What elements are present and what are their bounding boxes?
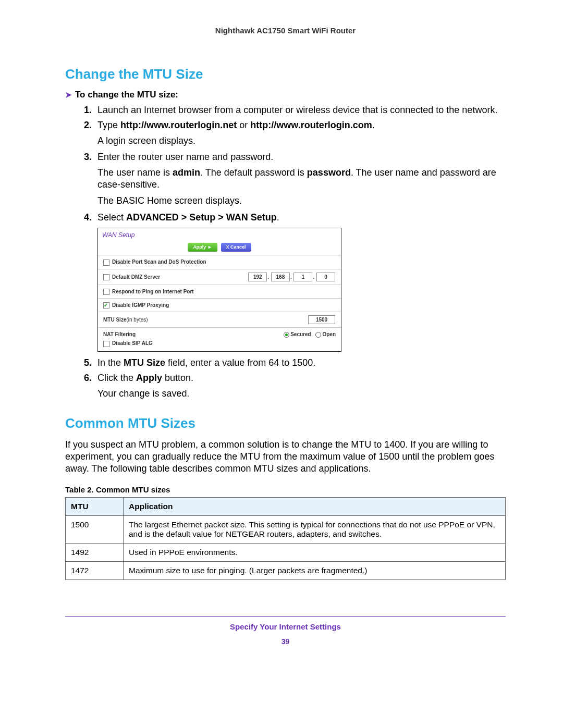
radio-icon[interactable] xyxy=(315,332,321,338)
step-4: 4. Select ADVANCED > Setup > WAN Setup. … xyxy=(84,212,506,352)
step-number: 4. xyxy=(84,212,92,224)
cell-app: Maximum size to use for pinging. (Larger… xyxy=(124,562,506,580)
ip-octet-input[interactable]: 1 xyxy=(293,273,312,281)
checkbox-icon[interactable] xyxy=(103,274,109,280)
step-number: 3. xyxy=(84,151,92,163)
wan-title: WAN Setup xyxy=(98,228,341,242)
table-row: 1492 Used in PPPoE environments. xyxy=(66,544,506,562)
chevron-icon: ➤ xyxy=(65,90,72,100)
heading-common-mtu: Common MTU Sizes xyxy=(65,415,506,431)
procedure-heading-text: To change the MTU size: xyxy=(75,90,178,100)
wan-setup-screenshot: WAN Setup Apply ► X Cancel Disable Port … xyxy=(97,228,341,352)
cell-mtu: 1500 xyxy=(66,516,124,544)
mtu-table: MTU Application 1500 The largest Etherne… xyxy=(65,497,506,580)
checkbox-icon[interactable] xyxy=(103,289,109,295)
step-2: 2. Type http://www.routerlogin.net or ht… xyxy=(84,119,506,147)
radio-selected-icon[interactable] xyxy=(284,332,289,338)
checkbox-icon[interactable] xyxy=(103,341,109,347)
wan-row-dmz: Default DMZ Server 192. 168. 1. 0 xyxy=(98,269,341,285)
doc-header: Nighthawk AC1750 Smart WiFi Router xyxy=(65,26,506,35)
step-text: Select ADVANCED > Setup > WAN Setup. xyxy=(97,212,279,223)
ip-octet-input[interactable]: 0 xyxy=(316,273,335,281)
table-row: 1472 Maximum size to use for pinging. (L… xyxy=(66,562,506,580)
wan-row-mtu: MTU Size(in bytes) 1500 xyxy=(98,312,341,328)
step-subtext: The BASIC Home screen displays. xyxy=(97,195,506,207)
step-6: 6. Click the Apply button. Your change i… xyxy=(84,372,506,400)
step-5: 5. In the MTU Size field, enter a value … xyxy=(84,357,506,369)
step-1: 1. Launch an Internet browser from a com… xyxy=(84,104,506,116)
step-text: Click the Apply button. xyxy=(97,373,193,383)
ip-octet-input[interactable]: 192 xyxy=(248,273,267,281)
footer-rule xyxy=(65,616,506,617)
apply-button[interactable]: Apply ► xyxy=(188,243,217,252)
cell-app: Used in PPPoE environments. xyxy=(124,544,506,562)
step-subtext: A login screen displays. xyxy=(97,135,506,147)
page-number: 39 xyxy=(65,637,506,646)
step-number: 6. xyxy=(84,372,92,384)
wan-row-nat: NAT Filtering Secured Open Disable SIP A… xyxy=(98,328,341,351)
dmz-ip: 192. 168. 1. 0 xyxy=(248,273,336,281)
mtu-size-input[interactable]: 1500 xyxy=(308,315,335,324)
heading-change-mtu: Change the MTU Size xyxy=(65,66,506,82)
step-number: 2. xyxy=(84,119,92,131)
section-body: If you suspect an MTU problem, a common … xyxy=(65,439,506,475)
ip-octet-input[interactable]: 168 xyxy=(271,273,290,281)
table-row: 1500 The largest Ethernet packet size. T… xyxy=(66,516,506,544)
step-text: Type http://www.routerlogin.net or http:… xyxy=(97,120,375,130)
step-3: 3. Enter the router user name and passwo… xyxy=(84,151,506,207)
wan-row-igmp: Disable IGMP Proxying xyxy=(98,299,341,312)
step-number: 1. xyxy=(84,104,92,116)
step-number: 5. xyxy=(84,357,92,369)
step-subtext: Your change is saved. xyxy=(97,388,506,400)
cell-mtu: 1472 xyxy=(66,562,124,580)
cancel-button[interactable]: X Cancel xyxy=(221,243,251,252)
step-text: In the MTU Size field, enter a value fro… xyxy=(97,357,315,368)
th-mtu: MTU xyxy=(66,498,124,516)
checkbox-checked-icon[interactable] xyxy=(103,302,109,309)
checkbox-icon[interactable] xyxy=(103,260,109,266)
table-caption: Table 2. Common MTU sizes xyxy=(65,485,506,494)
wan-row-port-scan: Disable Port Scan and DoS Protection xyxy=(98,255,341,269)
step-text: Enter the router user name and password. xyxy=(97,152,273,162)
procedure-heading: ➤To change the MTU size: xyxy=(65,90,506,100)
th-application: Application xyxy=(124,498,506,516)
footer-section: Specify Your Internet Settings xyxy=(65,622,506,631)
cell-app: The largest Ethernet packet size. This s… xyxy=(124,516,506,544)
step-subtext: The user name is admin. The default pass… xyxy=(97,167,506,191)
wan-row-ping: Respond to Ping on Internet Port xyxy=(98,285,341,299)
cell-mtu: 1492 xyxy=(66,544,124,562)
step-text: Launch an Internet browser from a comput… xyxy=(97,105,497,115)
